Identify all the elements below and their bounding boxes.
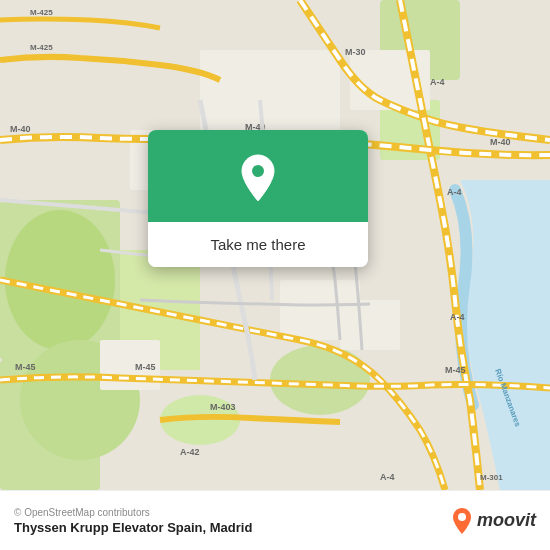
take-me-there-button[interactable]: Take me there	[148, 222, 368, 267]
svg-text:M-40: M-40	[10, 124, 31, 134]
svg-point-33	[252, 165, 264, 177]
svg-text:M-30: M-30	[345, 47, 366, 57]
svg-text:M-425: M-425	[30, 43, 53, 52]
svg-text:M-45: M-45	[445, 365, 466, 375]
svg-text:A-4: A-4	[430, 77, 445, 87]
svg-text:M-301: M-301	[480, 473, 503, 482]
attribution-text: © OpenStreetMap contributors	[14, 507, 252, 518]
svg-point-34	[458, 513, 466, 521]
location-name-text: Thyssen Krupp Elevator Spain, Madrid	[14, 520, 252, 535]
svg-text:A-4: A-4	[380, 472, 395, 482]
svg-text:A-42: A-42	[180, 447, 200, 457]
bottom-left-info: © OpenStreetMap contributors Thyssen Kru…	[14, 507, 252, 535]
moovit-pin-icon	[451, 507, 473, 535]
bottom-bar: © OpenStreetMap contributors Thyssen Kru…	[0, 490, 550, 550]
location-pin-icon	[234, 154, 282, 202]
popup-card: Take me there	[148, 130, 368, 267]
svg-rect-10	[200, 50, 340, 130]
moovit-label: moovit	[477, 510, 536, 531]
svg-text:A-4: A-4	[450, 312, 465, 322]
svg-text:M-40: M-40	[490, 137, 511, 147]
map-container: M-30 A-4 A-4 A-4 M-40 M-40 M-40 M-425 A-…	[0, 0, 550, 490]
svg-text:A-4: A-4	[447, 187, 462, 197]
svg-text:M-425: M-425	[30, 8, 53, 17]
svg-text:M-45: M-45	[15, 362, 36, 372]
svg-text:M-403: M-403	[210, 402, 236, 412]
svg-rect-15	[340, 300, 400, 350]
popup-header	[148, 130, 368, 222]
svg-point-4	[5, 210, 115, 350]
moovit-logo: moovit	[451, 507, 536, 535]
svg-text:M-45: M-45	[135, 362, 156, 372]
